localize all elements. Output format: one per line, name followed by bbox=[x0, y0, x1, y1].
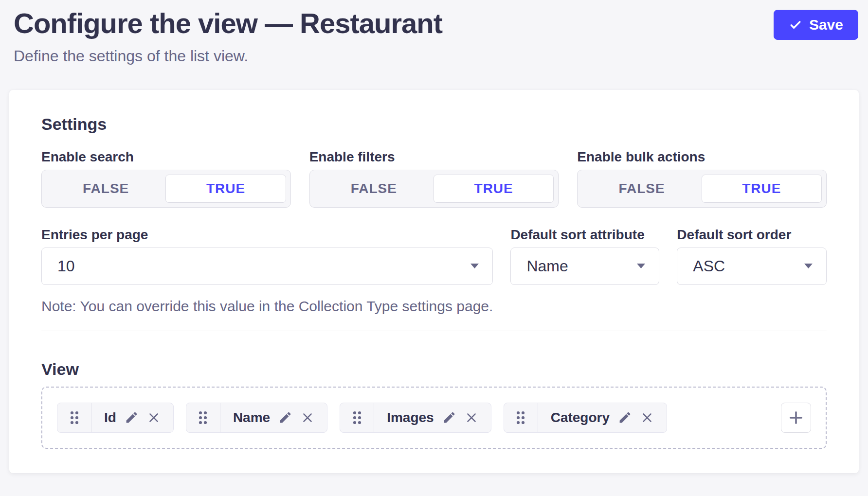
drag-handle-icon[interactable] bbox=[57, 403, 91, 432]
default-sort-attribute-field: Default sort attribute Name bbox=[510, 227, 659, 315]
default-sort-attribute-value: Name bbox=[526, 257, 568, 275]
field-chip-name[interactable]: Name bbox=[186, 403, 327, 433]
entries-per-page-label: Entries per page bbox=[41, 227, 493, 243]
chip-label: Name bbox=[233, 410, 270, 425]
enable-search-true-option[interactable]: TRUE bbox=[165, 175, 286, 203]
enable-bulk-actions-label: Enable bulk actions bbox=[577, 149, 827, 165]
chip-body: Name bbox=[220, 403, 327, 432]
page-header-text: Configure the view — Restaurant Define t… bbox=[14, 9, 442, 65]
field-chip-id[interactable]: Id bbox=[57, 403, 174, 433]
close-icon[interactable] bbox=[640, 411, 654, 425]
page-subtitle: Define the settings of the list view. bbox=[14, 47, 442, 65]
default-sort-attribute-select[interactable]: Name bbox=[510, 248, 659, 285]
view-section-title: View bbox=[41, 359, 827, 379]
entries-per-page-value: 10 bbox=[57, 257, 75, 275]
chip-body: Id bbox=[91, 403, 173, 432]
chevron-down-icon bbox=[804, 264, 813, 268]
enable-filters-true-option[interactable]: TRUE bbox=[434, 175, 554, 203]
enable-bulk-actions-field: Enable bulk actions FALSE TRUE bbox=[577, 149, 827, 208]
default-sort-order-label: Default sort order bbox=[677, 227, 827, 243]
settings-selects-row: Entries per page 10 Note: You can overri… bbox=[41, 227, 827, 315]
default-sort-order-value: ASC bbox=[693, 257, 725, 275]
page-header: Configure the view — Restaurant Define t… bbox=[0, 0, 868, 65]
field-chip-images[interactable]: Images bbox=[340, 403, 491, 433]
enable-search-false-option[interactable]: FALSE bbox=[46, 175, 165, 203]
chip-body: Images bbox=[374, 403, 491, 432]
page-title: Configure the view — Restaurant bbox=[14, 9, 442, 38]
chip-label: Images bbox=[387, 410, 434, 425]
enable-filters-toggle[interactable]: FALSE TRUE bbox=[309, 170, 559, 208]
drag-handle-icon[interactable] bbox=[340, 403, 374, 432]
pencil-icon[interactable] bbox=[618, 410, 632, 425]
close-icon[interactable] bbox=[147, 411, 161, 425]
chip-label: Id bbox=[104, 410, 116, 425]
check-icon bbox=[789, 18, 802, 32]
pencil-icon[interactable] bbox=[278, 410, 292, 425]
enable-search-field: Enable search FALSE TRUE bbox=[41, 149, 291, 208]
enable-bulk-actions-toggle[interactable]: FALSE TRUE bbox=[577, 170, 827, 208]
enable-filters-field: Enable filters FALSE TRUE bbox=[309, 149, 559, 208]
field-chip-category[interactable]: Category bbox=[504, 403, 667, 433]
chip-body: Category bbox=[538, 403, 667, 432]
add-field-button[interactable] bbox=[781, 403, 811, 433]
entries-per-page-select[interactable]: 10 bbox=[41, 248, 493, 285]
pencil-icon[interactable] bbox=[125, 410, 139, 425]
drag-handle-icon[interactable] bbox=[504, 403, 538, 432]
enable-filters-label: Enable filters bbox=[309, 149, 559, 165]
save-button-label: Save bbox=[809, 17, 843, 33]
configure-view-card: Settings Enable search FALSE TRUE Enable… bbox=[9, 90, 859, 473]
settings-toggles-row: Enable search FALSE TRUE Enable filters … bbox=[41, 149, 827, 208]
chevron-down-icon bbox=[470, 264, 479, 268]
default-sort-attribute-label: Default sort attribute bbox=[510, 227, 659, 243]
enable-bulk-actions-true-option[interactable]: TRUE bbox=[702, 175, 822, 203]
pencil-icon[interactable] bbox=[442, 410, 456, 425]
drag-handle-icon[interactable] bbox=[186, 403, 220, 432]
settings-section-title: Settings bbox=[41, 114, 827, 134]
save-button[interactable]: Save bbox=[774, 10, 858, 40]
plus-icon bbox=[787, 409, 805, 426]
chip-label: Category bbox=[551, 410, 610, 425]
chevron-down-icon bbox=[637, 264, 645, 268]
field-layout-area: Id bbox=[41, 387, 827, 449]
default-sort-order-select[interactable]: ASC bbox=[677, 248, 827, 285]
entries-per-page-note: Note: You can override this value in the… bbox=[41, 298, 493, 315]
close-icon[interactable] bbox=[465, 411, 478, 425]
enable-search-toggle[interactable]: FALSE TRUE bbox=[41, 170, 291, 208]
section-divider bbox=[41, 331, 827, 331]
entries-per-page-field: Entries per page 10 Note: You can overri… bbox=[41, 227, 493, 315]
default-sort-order-field: Default sort order ASC bbox=[677, 227, 827, 315]
close-icon[interactable] bbox=[301, 411, 314, 425]
enable-bulk-actions-false-option[interactable]: FALSE bbox=[582, 175, 701, 203]
enable-filters-false-option[interactable]: FALSE bbox=[314, 175, 434, 203]
enable-search-label: Enable search bbox=[41, 149, 291, 165]
